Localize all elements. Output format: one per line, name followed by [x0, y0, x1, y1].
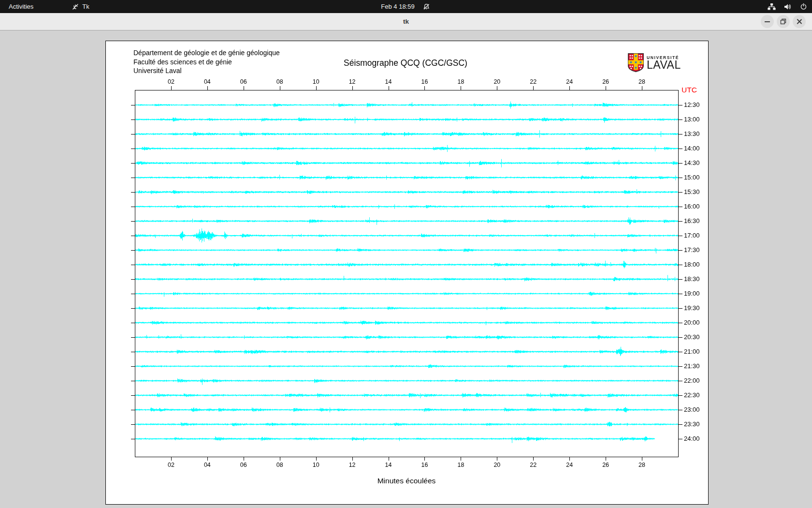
universite-laval-logo: UNIVERSITÉ LAVAL [628, 53, 681, 72]
institution-header: Département de géologie et de génie géol… [133, 48, 280, 75]
utc-time-label: 17:30 [684, 246, 700, 254]
volume-icon [784, 3, 792, 10]
tk-window-body: Département de géologie et de génie géol… [0, 30, 812, 508]
network-icon [768, 3, 776, 10]
power-icon [800, 3, 807, 10]
x-tick-label-bottom: 12 [349, 462, 356, 468]
seismogram-canvas [106, 41, 708, 504]
system-status-area[interactable] [768, 0, 807, 13]
x-tick-label-bottom: 24 [566, 462, 573, 468]
x-tick-label-top: 14 [385, 78, 392, 85]
utc-time-label: 19:30 [684, 304, 700, 312]
x-tick-label-top: 04 [204, 78, 211, 85]
laval-shield-icon [628, 53, 644, 72]
utc-label: UTC [682, 86, 697, 94]
notifications-muted-icon [423, 3, 430, 10]
utc-time-label: 21:00 [684, 348, 700, 355]
utc-time-label: 15:30 [684, 188, 700, 195]
utc-time-label: 17:00 [684, 232, 700, 239]
close-icon [796, 18, 802, 25]
minimize-button[interactable] [761, 15, 774, 28]
maximize-button[interactable] [777, 15, 790, 28]
utc-time-label: 14:00 [684, 145, 700, 152]
x-tick-label-bottom: 08 [276, 462, 283, 468]
x-tick-label-top: 12 [349, 78, 356, 85]
x-tick-label-bottom: 20 [493, 462, 500, 468]
institution-university: Université Laval [133, 66, 280, 75]
institution-faculty: Faculté des sciences et de génie [133, 58, 280, 67]
maximize-icon [780, 18, 786, 25]
x-tick-label-top: 22 [530, 78, 536, 85]
utc-time-label: 21:30 [684, 362, 700, 370]
utc-time-label: 13:00 [684, 116, 700, 123]
utc-time-label: 13:30 [684, 130, 700, 137]
utc-time-label: 23:00 [684, 406, 700, 413]
utc-time-label: 18:00 [684, 261, 700, 268]
x-tick-label-top: 10 [313, 78, 319, 85]
focused-app-menu[interactable]: Tk [67, 0, 94, 13]
seismograph-canvas-area: Département de géologie et de génie géol… [105, 41, 709, 505]
utc-time-label: 14:30 [684, 159, 700, 166]
x-tick-label-top: 20 [493, 78, 500, 85]
utc-time-label: 22:30 [684, 391, 700, 399]
utc-time-label: 16:30 [684, 217, 700, 224]
x-tick-label-bottom: 02 [168, 462, 174, 468]
x-tick-label-top: 08 [276, 78, 283, 85]
x-tick-label-bottom: 16 [421, 462, 428, 468]
utc-time-label: 24:00 [684, 435, 700, 442]
close-button[interactable] [793, 15, 806, 28]
x-tick-label-top: 06 [240, 78, 247, 85]
x-tick-label-top: 28 [638, 78, 645, 85]
gnome-top-bar: Activities Tk Feb 4 18:59 [0, 0, 812, 13]
x-tick-label-top: 24 [566, 78, 573, 85]
minimize-icon [765, 21, 770, 22]
utc-time-label: 15:00 [684, 174, 700, 181]
utc-time-label: 23:30 [684, 420, 700, 428]
utc-time-label: 20:30 [684, 333, 700, 341]
utc-time-label: 16:00 [684, 203, 700, 210]
utc-time-label: 12:30 [684, 101, 700, 108]
window-title: tk [0, 18, 812, 25]
institution-dept: Département de géologie et de génie géol… [133, 48, 280, 58]
x-tick-label-bottom: 28 [638, 462, 645, 468]
utc-time-label: 19:00 [684, 290, 700, 297]
activities-button[interactable]: Activities [4, 0, 38, 13]
x-tick-label-bottom: 06 [240, 462, 247, 468]
x-tick-label-bottom: 18 [457, 462, 464, 468]
x-axis-title: Minutes écoulées [377, 477, 436, 485]
x-tick-label-bottom: 10 [313, 462, 319, 468]
utc-time-label: 20:00 [684, 319, 700, 326]
plot-title: Séismographe QCQ (CGC/GSC) [344, 58, 467, 68]
logo-laval-text: LAVAL [647, 60, 681, 70]
utc-time-label: 22:00 [684, 377, 700, 384]
x-tick-label-bottom: 26 [602, 462, 609, 468]
clock-label: Feb 4 18:59 [381, 3, 414, 10]
x-tick-label-bottom: 22 [530, 462, 536, 468]
focused-app-label: Tk [82, 3, 89, 10]
x-tick-label-top: 02 [168, 78, 174, 85]
utc-time-label: 18:30 [684, 275, 700, 283]
x-tick-label-top: 16 [421, 78, 428, 85]
tk-app-icon [72, 3, 79, 10]
x-tick-label-bottom: 04 [204, 462, 211, 468]
window-titlebar[interactable]: tk [0, 13, 812, 30]
x-tick-label-bottom: 14 [385, 462, 392, 468]
clock-menu[interactable]: Feb 4 18:59 [381, 0, 430, 13]
x-tick-label-top: 18 [457, 78, 464, 85]
x-tick-label-top: 26 [602, 78, 609, 85]
